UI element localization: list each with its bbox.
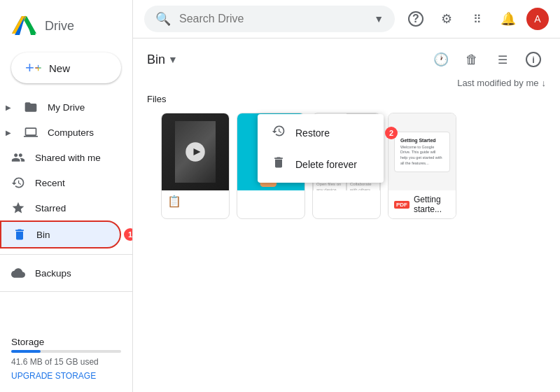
svg-marker-4: [25, 15, 36, 35]
pdf-thumbnail: Getting Started Welcome to Google Drive.…: [388, 113, 456, 190]
sidebar-item-starred-label: Starred: [35, 203, 66, 214]
list-view-icon: ☰: [498, 53, 507, 66]
content-actions: 🕐 🗑 ☰ i: [428, 47, 546, 72]
storage-bar-fill: [11, 350, 41, 353]
info-icon: i: [526, 52, 541, 67]
video-file-name-bar: 📋: [162, 190, 229, 212]
main-content: 🔍 ▼ ? ⚙ ⠿ 🔔 A Bin: [133, 0, 560, 392]
starred-star-icon: [11, 201, 25, 215]
storage-title: Storage: [11, 337, 121, 347]
computers-arrow-icon: ▶: [6, 129, 11, 136]
file-card-video[interactable]: 📋: [161, 113, 230, 219]
sort-row: Last modified by me ↓: [133, 78, 560, 88]
content-header: Bin ▼ 🕐 🗑 ☰ i: [133, 38, 560, 78]
context-menu-restore-item[interactable]: Restore: [258, 117, 384, 148]
search-bar[interactable]: 🔍 ▼: [144, 6, 395, 32]
play-icon: [185, 141, 206, 162]
settings-button[interactable]: ⚙: [434, 6, 459, 31]
pdf-type-icon: PDF: [394, 201, 410, 209]
sidebar-item-recent-label: Recent: [35, 178, 65, 188]
file-card-pdf[interactable]: Getting Started Welcome to Google Drive.…: [388, 113, 456, 219]
search-icon: 🔍: [155, 11, 171, 27]
list-view-button[interactable]: ☰: [490, 47, 515, 72]
logo-text: Drive: [45, 19, 74, 34]
delete-icon: 🗑: [465, 52, 478, 67]
search-input[interactable]: [179, 13, 365, 25]
restore-icon: [272, 124, 286, 141]
apps-button[interactable]: ⠿: [465, 6, 490, 31]
header: 🔍 ▼ ? ⚙ ⠿ 🔔 A: [133, 0, 560, 38]
sidebar-item-backups[interactable]: Backups: [0, 260, 121, 286]
upgrade-storage-link[interactable]: UPGRADE STORAGE: [11, 371, 121, 381]
delete-forever-label: Delete forever: [295, 159, 357, 170]
video-thumbnail: [162, 113, 229, 190]
sort-label-text: Last modified by me: [457, 78, 538, 88]
context-menu: Restore 2 Delete forever: [258, 114, 384, 183]
sidebar-item-backups-label: Backups: [35, 268, 71, 279]
help-icon: ?: [408, 11, 424, 27]
video-file-icon: 📋: [167, 195, 181, 208]
notifications-bell-icon: 🔔: [500, 11, 516, 27]
computers-icon: [24, 125, 38, 139]
files-label: Files: [147, 94, 546, 104]
sidebar-item-bin-label: Bin: [36, 230, 50, 240]
storage-section: Storage 41.6 MB of 15 GB used UPGRADE ST…: [0, 331, 132, 386]
hand-file-name-bar: [237, 190, 304, 199]
restore-history-button[interactable]: 🕐: [428, 47, 454, 72]
apps-grid-icon: ⠿: [473, 13, 482, 26]
sidebar-item-shared-label: Shared with me: [35, 153, 101, 163]
sort-label[interactable]: Last modified by me ↓: [457, 78, 546, 88]
context-menu-restore-wrapper: Restore 2: [258, 117, 384, 148]
new-button[interactable]: New: [11, 52, 121, 83]
history-icon: 🕐: [433, 52, 449, 67]
pdf-file-name-bar: PDF Getting starte...: [388, 190, 456, 218]
bin-trash-icon: [13, 227, 27, 241]
sidebar-item-my-drive-label: My Drive: [48, 102, 85, 113]
info-button[interactable]: i: [521, 47, 546, 72]
gdrive-info-file-name-bar: [313, 190, 380, 199]
bin-step-badge: 1: [124, 228, 133, 241]
shared-people-icon: [11, 150, 25, 164]
delete-button[interactable]: 🗑: [459, 47, 484, 72]
breadcrumb-title: Bin: [147, 52, 165, 67]
notifications-button[interactable]: 🔔: [496, 6, 521, 31]
sidebar-item-my-drive[interactable]: ▶ My Drive: [0, 94, 121, 120]
recent-clock-icon: [11, 176, 25, 190]
storage-bar-background: [11, 350, 121, 353]
breadcrumb-chevron-icon[interactable]: ▼: [168, 54, 178, 65]
sidebar-item-computers-label: Computers: [48, 127, 94, 138]
user-avatar[interactable]: A: [526, 8, 549, 30]
context-menu-delete-forever-item[interactable]: Delete forever: [258, 148, 384, 180]
help-button[interactable]: ?: [403, 6, 428, 31]
delete-forever-icon: [272, 155, 286, 173]
sidebar-item-shared[interactable]: Shared with me: [0, 145, 121, 170]
svg-marker-3: [15, 15, 25, 35]
sidebar-item-computers[interactable]: ▶ Computers: [0, 120, 121, 145]
sidebar-item-recent[interactable]: Recent: [0, 170, 121, 195]
content-area: Bin ▼ 🕐 🗑 ☰ i Last modifie: [133, 38, 560, 392]
colorful-plus-icon: [34, 59, 42, 76]
backups-cloud-icon: [11, 266, 25, 280]
my-drive-arrow-icon: ▶: [6, 104, 11, 111]
sort-direction-icon: ↓: [542, 78, 547, 88]
settings-gear-icon: ⚙: [441, 11, 452, 27]
restore-label: Restore: [295, 127, 330, 139]
my-drive-folder-icon: [24, 100, 38, 114]
sidebar-item-bin[interactable]: Bin: [0, 220, 121, 248]
avatar-initial: A: [534, 13, 540, 24]
logo: Drive: [0, 6, 132, 47]
storage-used-text: 41.6 MB of 15 GB used: [11, 357, 121, 367]
google-drive-logo-icon: [11, 14, 39, 38]
search-dropdown-icon[interactable]: ▼: [374, 13, 384, 24]
restore-step-badge: 2: [385, 127, 398, 139]
new-button-label: New: [49, 62, 70, 74]
sidebar-item-starred[interactable]: Starred: [0, 195, 121, 220]
plus-icon: [25, 59, 42, 76]
sidebar: Drive New ▶ My Drive ▶ Computers: [0, 0, 133, 392]
breadcrumb: Bin ▼: [147, 52, 178, 67]
pdf-file-name: Getting starte...: [414, 195, 450, 214]
header-icons: ? ⚙ ⠿ 🔔 A: [403, 6, 549, 31]
